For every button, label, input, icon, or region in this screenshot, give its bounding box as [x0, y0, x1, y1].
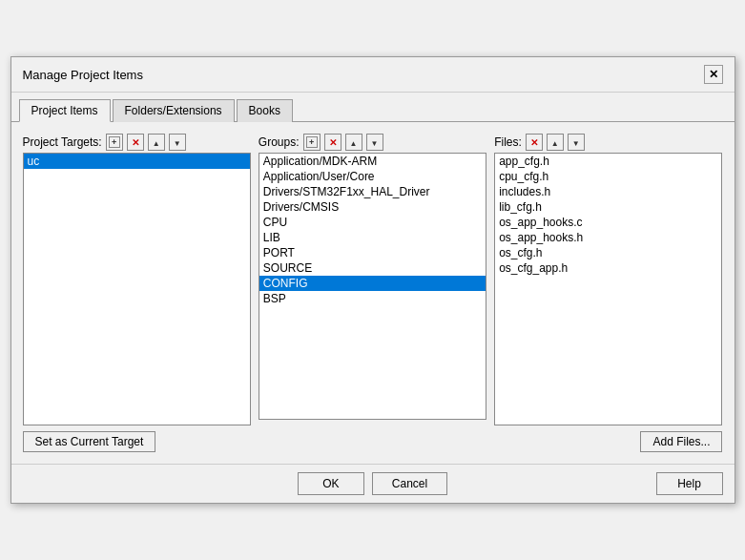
files-panel: Files: ✕ app_cfg.hcpu_cfg.hincludes.hlib…	[494, 134, 722, 452]
groups-header: Groups: + ✕	[259, 134, 486, 151]
groups-listbox[interactable]: Application/MDK-ARMApplication/User/Core…	[259, 153, 486, 420]
list-item[interactable]: uc	[24, 154, 250, 169]
help-button[interactable]: Help	[656, 472, 723, 495]
files-down-button[interactable]	[568, 134, 585, 151]
panels: Project Targets: + ✕ uc Se	[23, 134, 723, 452]
list-item[interactable]: Drivers/CMSIS	[259, 199, 486, 215]
list-item[interactable]: LIB	[259, 230, 486, 245]
groups-up-icon	[350, 137, 358, 148]
list-item[interactable]: os_cfg.h	[495, 245, 721, 260]
title-bar: Manage Project Items ✕	[11, 57, 735, 93]
groups-footer	[259, 425, 486, 452]
list-item[interactable]: os_app_hooks.c	[495, 215, 721, 230]
files-delete-icon: ✕	[530, 137, 538, 148]
ok-button[interactable]: OK	[298, 472, 364, 495]
list-item[interactable]: SOURCE	[259, 260, 486, 276]
targets-footer: Set as Current Target	[23, 431, 251, 452]
targets-up-button[interactable]	[148, 134, 165, 151]
groups-panel: Groups: + ✕ Application/MDK-ARMApplicati…	[259, 134, 486, 452]
manage-project-items-dialog: Manage Project Items ✕ Project Items Fol…	[10, 56, 735, 504]
files-delete-button[interactable]: ✕	[526, 134, 543, 151]
list-item[interactable]: PORT	[259, 245, 486, 260]
files-up-button[interactable]	[547, 134, 564, 151]
targets-delete-button[interactable]: ✕	[127, 134, 144, 151]
targets-new-button[interactable]: +	[106, 134, 123, 151]
groups-new-button[interactable]: +	[303, 134, 321, 151]
tab-books[interactable]: Books	[237, 99, 293, 122]
list-item[interactable]: app_cfg.h	[495, 154, 721, 169]
files-listbox[interactable]: app_cfg.hcpu_cfg.hincludes.hlib_cfg.hos_…	[494, 153, 722, 425]
targets-header: Project Targets: + ✕	[23, 134, 251, 151]
groups-delete-icon: ✕	[329, 137, 337, 148]
list-item[interactable]: os_cfg_app.h	[495, 260, 721, 276]
list-item[interactable]: lib_cfg.h	[495, 199, 721, 215]
files-header: Files: ✕	[494, 134, 722, 151]
list-item[interactable]: BSP	[259, 291, 486, 306]
list-item[interactable]: os_app_hooks.h	[495, 230, 721, 245]
targets-listbox[interactable]: uc	[23, 153, 251, 425]
groups-label: Groups:	[259, 135, 300, 149]
list-item[interactable]: CONFIG	[259, 276, 486, 291]
close-button[interactable]: ✕	[704, 65, 723, 84]
groups-delete-button[interactable]: ✕	[324, 134, 341, 151]
tab-project-items[interactable]: Project Items	[19, 99, 111, 122]
tab-folders-extensions[interactable]: Folders/Extensions	[113, 99, 235, 122]
footer-buttons: OK Cancel	[23, 472, 723, 495]
main-content: Project Targets: + ✕ uc Se	[11, 122, 735, 464]
list-item[interactable]: CPU	[259, 215, 486, 230]
files-footer: Add Files...	[494, 431, 722, 452]
dialog-footer: OK Cancel Help	[11, 464, 735, 503]
list-item[interactable]: includes.h	[495, 184, 721, 199]
project-targets-panel: Project Targets: + ✕ uc Se	[23, 134, 251, 452]
targets-up-icon	[153, 137, 160, 148]
cancel-button[interactable]: Cancel	[372, 472, 447, 495]
tabs-bar: Project Items Folders/Extensions Books	[11, 93, 735, 122]
targets-down-icon	[174, 137, 181, 148]
groups-up-button[interactable]	[345, 134, 362, 151]
targets-down-button[interactable]	[169, 134, 186, 151]
set-current-target-button[interactable]: Set as Current Target	[23, 431, 156, 452]
groups-new-icon: +	[306, 136, 318, 148]
files-up-icon	[551, 137, 559, 148]
files-down-icon	[572, 137, 580, 148]
list-item[interactable]: cpu_cfg.h	[495, 169, 721, 184]
targets-label: Project Targets:	[23, 135, 102, 149]
list-item[interactable]: Application/User/Core	[259, 169, 486, 184]
dialog-title: Manage Project Items	[23, 68, 143, 82]
add-files-button[interactable]: Add Files...	[640, 431, 722, 452]
list-item[interactable]: Application/MDK-ARM	[259, 154, 486, 169]
groups-down-icon	[371, 137, 379, 148]
groups-down-button[interactable]	[366, 134, 383, 151]
list-item[interactable]: Drivers/STM32F1xx_HAL_Driver	[259, 184, 486, 199]
targets-delete-icon: ✕	[132, 137, 139, 148]
targets-new-icon: +	[109, 136, 120, 148]
files-label: Files:	[494, 135, 522, 149]
